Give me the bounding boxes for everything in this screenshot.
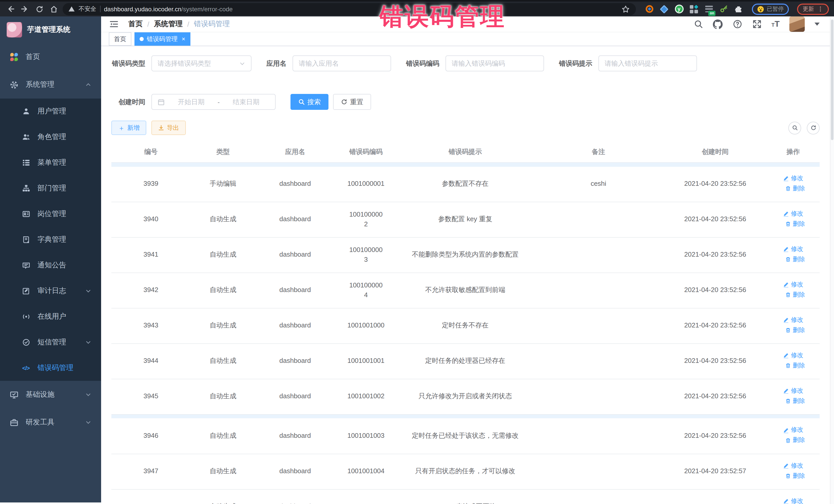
url-text[interactable]: dashboard.yudao.iocoder.cn/system/error-… [104, 5, 233, 13]
sidebar-item-announcement[interactable]: 通知公告 [0, 253, 101, 278]
extension-on-icon[interactable]: on [704, 4, 714, 14]
search-icon [298, 98, 305, 105]
tab-error-code-management[interactable]: 错误码管理 × [134, 32, 191, 46]
error-code-type-select[interactable]: 请选择错误码类型 [151, 56, 251, 71]
github-icon[interactable] [713, 19, 723, 29]
home-button-icon[interactable] [48, 4, 59, 14]
edit-button[interactable]: 修改 [783, 497, 803, 504]
extension-grid-icon[interactable] [689, 4, 699, 14]
browser-update-chip[interactable]: 更新 ⋮ [797, 3, 829, 15]
tab-home[interactable]: 首页 [109, 32, 131, 46]
emoji-face-icon [757, 5, 764, 13]
refresh-table-button[interactable] [807, 122, 820, 134]
edit-button[interactable]: 修改 [783, 280, 803, 289]
export-button[interactable]: 导出 [151, 120, 186, 135]
font-size-icon[interactable]: TT [771, 20, 780, 29]
edit-button[interactable]: 修改 [783, 209, 803, 218]
infrastructure-icon [10, 390, 19, 399]
user-avatar[interactable] [789, 17, 805, 32]
delete-button[interactable]: 删除 [785, 255, 805, 264]
error-hint-input[interactable] [605, 60, 691, 67]
delete-button[interactable]: 删除 [785, 184, 805, 193]
sidebar-item-role-management[interactable]: 角色管理 [0, 124, 101, 150]
bookmark-star-icon[interactable] [620, 4, 631, 14]
column-header-time: 创建时间 [664, 142, 767, 162]
delete-button[interactable]: 删除 [785, 290, 805, 299]
sidebar-item-post-management[interactable]: 岗位管理 [0, 201, 101, 227]
sidebar-item-online-users[interactable]: 在线用户 [0, 304, 101, 329]
delete-button[interactable]: 删除 [785, 436, 805, 445]
fullscreen-icon[interactable] [752, 19, 762, 29]
scrollbar-thumb[interactable] [831, 20, 833, 140]
edit-button[interactable]: 修改 [783, 461, 803, 470]
sidebar-item-menu-management[interactable]: 菜单管理 [0, 150, 101, 176]
delete-button[interactable]: 删除 [785, 397, 805, 406]
edit-button[interactable]: 修改 [783, 245, 803, 254]
on-badge: on [708, 11, 716, 16]
sidebar-item-system-management[interactable]: 系统管理 [0, 71, 101, 98]
create-time-range-picker[interactable]: 开始日期 - 结束日期 [151, 94, 276, 110]
extension-blue-gem-icon[interactable] [659, 4, 669, 14]
reload-icon[interactable] [34, 4, 45, 14]
app-name-input[interactable] [299, 60, 385, 67]
update-label: 更新 [803, 5, 814, 13]
extensions-puzzle-icon[interactable] [734, 4, 743, 14]
kebab-menu-icon[interactable]: ⋮ [817, 6, 823, 12]
reset-button[interactable]: 重置 [333, 94, 371, 110]
sidebar: 芋道管理系统 首页 系统管理 用户管理 角色管 [0, 17, 101, 502]
sidebar-toggle-icon[interactable] [109, 19, 120, 30]
delete-button[interactable]: 删除 [785, 472, 805, 480]
delete-button[interactable]: 删除 [785, 326, 805, 335]
forward-icon[interactable] [20, 4, 30, 14]
delete-icon [785, 398, 791, 404]
help-icon[interactable] [732, 19, 742, 29]
add-button[interactable]: ＋ 新增 [111, 120, 146, 135]
sidebar-item-error-code-management[interactable]: </> 错误码管理 [0, 355, 101, 381]
sidebar-item-dictionary-management[interactable]: 字典管理 [0, 227, 101, 253]
sidebar-logo-row[interactable]: 芋道管理系统 [0, 17, 101, 43]
breadcrumb: 首页 / 系统管理 / 错误码管理 [128, 20, 230, 29]
edit-button[interactable]: 修改 [783, 316, 803, 325]
sidebar-item-department-management[interactable]: 部门管理 [0, 176, 101, 201]
edit-icon [783, 175, 789, 181]
extension-orange-ring-icon[interactable] [644, 4, 654, 14]
edit-button[interactable]: 修改 [783, 174, 803, 183]
system-management-submenu: 用户管理 角色管理 菜单管理 部门管理 岗位管理 [0, 98, 101, 381]
extension-green-y-icon[interactable]: y [674, 4, 684, 14]
delete-button[interactable]: 删除 [785, 219, 805, 228]
sidebar-item-user-management[interactable]: 用户管理 [0, 98, 101, 124]
breadcrumb-home[interactable]: 首页 [128, 20, 143, 29]
online-user-icon [22, 312, 30, 321]
edit-button[interactable]: 修改 [783, 426, 803, 435]
edit-icon [783, 498, 789, 504]
sidebar-item-sms-management[interactable]: 短信管理 [0, 329, 101, 355]
error-code-input[interactable] [452, 60, 538, 67]
sidebar-item-dev-tools[interactable]: 研发工具 [0, 409, 101, 436]
edit-button[interactable]: 修改 [783, 351, 803, 360]
sidebar-item-home[interactable]: 首页 [0, 43, 101, 71]
page-scrollbar[interactable] [830, 18, 834, 504]
avatar-caret-icon[interactable] [814, 23, 820, 28]
hide-search-button[interactable] [788, 122, 801, 134]
table-row: 3947自动生成 dashboard1001001004 只有开启状态的任务，才… [111, 454, 820, 489]
sidebar-item-infrastructure[interactable]: 基础设施 [0, 381, 101, 409]
delete-button[interactable]: 删除 [785, 361, 805, 370]
close-icon[interactable]: × [182, 36, 185, 42]
back-icon[interactable] [5, 4, 16, 14]
table-row: 3944自动生成 dashboard1001001001 定时任务的处理器已经存… [111, 344, 820, 379]
sidebar-item-audit-log[interactable]: 审计日志 [0, 278, 101, 304]
column-header-code: 错误码编码 [335, 142, 397, 162]
breadcrumb-system-management[interactable]: 系统管理 [154, 20, 183, 29]
search-icon[interactable] [694, 19, 703, 29]
paused-extension-pill[interactable]: 已暂停 [752, 3, 789, 15]
url-bar[interactable]: 不安全 dashboard.yudao.iocoder.cn/system/er… [63, 3, 636, 15]
edit-button[interactable]: 修改 [783, 387, 803, 395]
column-header-id: 编号 [111, 142, 191, 162]
home-icon [10, 52, 19, 61]
delete-icon [785, 221, 791, 227]
security-label[interactable]: 不安全 [79, 5, 96, 13]
search-button[interactable]: 搜索 [290, 94, 328, 110]
filter-error-hint: 错误码提示 [559, 56, 697, 71]
extension-key-icon[interactable] [719, 4, 728, 14]
column-header-actions: 操作 [767, 142, 820, 162]
